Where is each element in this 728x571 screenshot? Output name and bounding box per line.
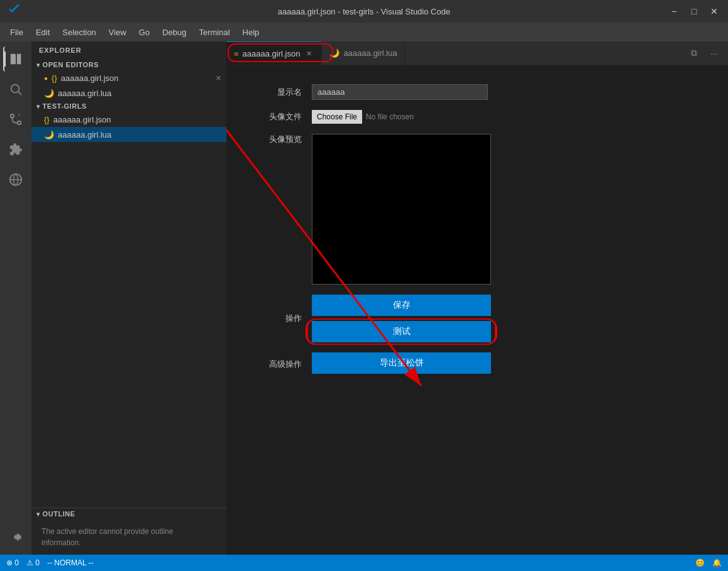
display-name-label: 显示名 <box>258 87 302 98</box>
vscode-logo-icon <box>9 4 20 19</box>
tree-lua-file[interactable]: 🌙 aaaaaa.girl.lua <box>31 127 226 142</box>
outline-header[interactable]: ▾ OUTLINE <box>31 508 226 519</box>
avatar-preview-row: 头像预览 <box>258 134 604 285</box>
menu-terminal[interactable]: Terminal <box>194 25 234 40</box>
activity-remote[interactable] <box>3 167 28 192</box>
activity-search[interactable] <box>3 77 28 102</box>
menu-help[interactable]: Help <box>238 25 265 40</box>
error-count: ⊗ 0 <box>6 558 19 567</box>
tree-json-name: aaaaaa.girl.json <box>53 115 111 124</box>
minimize-button[interactable]: − <box>666 4 681 19</box>
open-editor-json[interactable]: ● {} aaaaaa.girl.json ✕ <box>31 70 226 85</box>
test-button[interactable]: 测试 <box>312 321 491 342</box>
activity-bar <box>0 41 31 555</box>
status-smiley[interactable]: 😊 <box>695 558 705 567</box>
open-editor-lua-name: aaaaaa.girl.lua <box>58 89 111 98</box>
more-actions-btn[interactable]: ··· <box>705 45 723 62</box>
tab-lua[interactable]: 🌙 aaaaaa.girl.lua <box>322 41 405 65</box>
svg-line-1 <box>18 92 21 95</box>
outline-empty-text: The active editor cannot provide outline… <box>31 519 226 555</box>
tab-lua-icon: 🌙 <box>329 48 339 58</box>
maximize-button[interactable]: □ <box>687 4 702 19</box>
outline-label: OUTLINE <box>43 510 75 518</box>
menu-file[interactable]: File <box>5 25 28 40</box>
split-editor-btn[interactable]: ⧉ <box>685 45 703 62</box>
file-input-group: Choose File No file chosen <box>312 110 414 124</box>
tab-json[interactable]: = aaaaaa.girl.json ✕ <box>226 41 322 65</box>
sidebar: EXPLORER ▾ OPEN EDITORS ● {} aaaaaa.girl… <box>31 41 226 555</box>
open-editor-json-name: aaaaaa.girl.json <box>61 73 119 83</box>
activity-explorer[interactable] <box>3 46 28 72</box>
warning-count: ⚠ 0 <box>26 558 40 567</box>
svg-point-0 <box>11 85 19 93</box>
open-editor-lua[interactable]: 🌙 aaaaaa.girl.lua <box>31 85 226 101</box>
save-button[interactable]: 保存 <box>312 295 491 316</box>
avatar-file-label: 头像文件 <box>258 111 302 122</box>
avatar-file-row: 头像文件 Choose File No file chosen <box>258 110 604 124</box>
window-title: aaaaaa.girl.json - test-girls - Visual S… <box>278 7 450 16</box>
close-json-tab[interactable]: ✕ <box>216 74 221 82</box>
display-name-row: 显示名 <box>258 84 604 100</box>
svg-point-2 <box>11 114 14 118</box>
test-girls-label: TEST-GIRLS <box>43 102 87 110</box>
tab-lua-label: aaaaaa.girl.lua <box>343 48 397 58</box>
menu-selection[interactable]: Selection <box>57 25 101 40</box>
display-name-input[interactable] <box>312 84 488 100</box>
test-girls-section[interactable]: ▾ TEST-GIRLS <box>31 101 226 112</box>
choose-file-button[interactable]: Choose File <box>312 110 362 124</box>
status-bell[interactable]: 🔔 <box>712 558 722 567</box>
lua-icon: 🌙 <box>44 89 54 98</box>
tab-json-label: aaaaaa.girl.json <box>243 49 301 58</box>
operations-label: 操作 <box>258 313 302 324</box>
outline-section: ▾ OUTLINE The active editor cannot provi… <box>31 508 226 555</box>
tab-json-close[interactable]: ✕ <box>304 48 314 58</box>
operations-row: 操作 保存 测试 <box>258 295 604 342</box>
tree-lua-icon: 🌙 <box>44 130 54 139</box>
test-btn-wrapper: 测试 <box>312 321 491 342</box>
activity-source-control[interactable] <box>3 107 28 132</box>
activity-extensions[interactable] <box>3 137 28 162</box>
open-editors-label: OPEN EDITORS <box>43 61 99 68</box>
close-button[interactable]: ✕ <box>707 4 722 19</box>
tree-json-file[interactable]: {} aaaaaa.girl.json <box>31 112 226 127</box>
status-mode: -- NORMAL -- <box>47 558 94 567</box>
status-errors[interactable]: ⊗ 0 <box>6 558 19 567</box>
vim-mode: -- NORMAL -- <box>47 558 94 567</box>
editor-content: 显示名 头像文件 Choose File No file chosen 头像预览 <box>226 65 728 555</box>
editor-area: = aaaaaa.girl.json ✕ 🌙 aaaaaa.girl.lua ⧉… <box>226 41 728 555</box>
menu-go[interactable]: Go <box>134 25 155 40</box>
open-editors-arrow: ▾ <box>36 62 40 68</box>
menu-view[interactable]: View <box>104 25 131 40</box>
tree-lua-name: aaaaaa.girl.lua <box>58 130 111 139</box>
window-controls: − □ ✕ <box>666 4 722 19</box>
tab-actions: ⧉ ··· <box>680 41 728 65</box>
tree-json-icon: {} <box>44 115 50 124</box>
menu-edit[interactable]: Edit <box>31 25 55 40</box>
explorer-header: EXPLORER <box>31 41 226 59</box>
tab-json-icon: = <box>234 49 239 58</box>
open-editors-section[interactable]: ▾ OPEN EDITORS <box>31 59 226 70</box>
status-bar: ⊗ 0 ⚠ 0 -- NORMAL -- 😊 🔔 <box>0 555 728 571</box>
svg-point-3 <box>18 121 21 125</box>
modified-dot: ● <box>44 75 48 82</box>
avatar-preview-label: 头像预览 <box>258 134 302 145</box>
status-right: 😊 🔔 <box>695 558 722 567</box>
test-girls-arrow: ▾ <box>36 103 40 110</box>
menu-debug[interactable]: Debug <box>157 25 191 40</box>
avatar-preview-box <box>312 134 491 285</box>
export-button[interactable]: 导出至松饼 <box>312 352 491 374</box>
tab-bar: = aaaaaa.girl.json ✕ 🌙 aaaaaa.girl.lua ⧉… <box>226 41 728 65</box>
title-bar: aaaaaa.girl.json - test-girls - Visual S… <box>0 0 728 23</box>
advanced-label: 高级操作 <box>258 359 302 370</box>
outline-arrow: ▾ <box>36 511 40 518</box>
no-file-text: No file chosen <box>366 112 414 121</box>
menu-bar: File Edit Selection View Go Debug Termin… <box>0 23 728 41</box>
status-warnings[interactable]: ⚠ 0 <box>26 558 40 567</box>
activity-settings[interactable] <box>3 525 28 550</box>
form-container: 显示名 头像文件 Choose File No file chosen 头像预览 <box>258 84 604 376</box>
advanced-row: 高级操作 导出至松饼 <box>258 352 604 376</box>
main-area: EXPLORER ▾ OPEN EDITORS ● {} aaaaaa.girl… <box>0 41 728 555</box>
json-icon: {} <box>52 73 57 83</box>
